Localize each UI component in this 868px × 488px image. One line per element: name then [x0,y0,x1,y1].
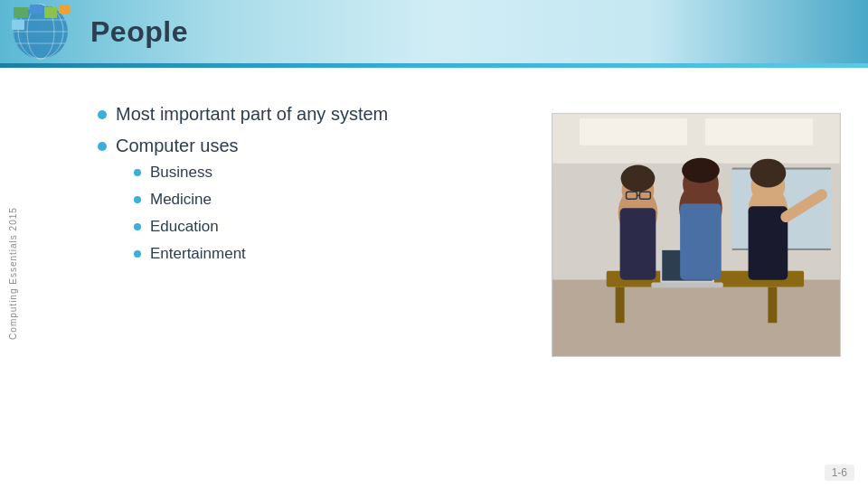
sub-bullet-medicine: Medicine [134,191,246,209]
svg-rect-13 [580,118,687,145]
main-bullet-2: Computer uses Business Medicine Educatio… [98,136,515,272]
svg-rect-19 [552,280,840,356]
globe-icon-area [0,0,81,63]
svg-rect-6 [14,7,28,18]
bullet-2-text: Computer uses [116,136,239,155]
sub-bullet-3-text: Education [150,218,219,236]
svg-rect-14 [705,118,813,145]
svg-point-37 [750,159,787,188]
bullet-dot-2 [98,142,107,151]
svg-rect-32 [680,203,722,279]
svg-rect-28 [620,208,656,279]
svg-rect-9 [59,5,70,14]
header-bar: People [0,0,868,63]
svg-point-33 [682,158,720,183]
sidebar-label: Computing Essentials 2015 [8,207,18,340]
sub-bullet-2-text: Medicine [150,191,212,209]
sub-bullet-1-text: Business [150,164,212,182]
content-panel: Most important part of any system Comput… [25,68,868,479]
svg-rect-25 [651,283,722,288]
sub-bullet-dot-2 [134,196,141,203]
sub-bullet-4-text: Entertainment [150,245,246,263]
sub-bullet-dot-3 [134,223,141,230]
svg-rect-21 [616,287,625,324]
sub-bullet-list: Business Medicine Education Entertainmen… [134,164,246,263]
svg-rect-10 [12,20,24,30]
page-title: People [90,15,188,49]
sub-bullet-entertainment: Entertainment [134,245,246,263]
sub-bullet-dot-1 [134,169,141,176]
office-photo [552,113,841,357]
globe-icon [5,0,77,63]
sub-bullet-dot-4 [134,250,141,258]
bullet-section: Most important part of any system Comput… [98,104,552,283]
sub-bullet-business: Business [134,164,246,182]
sub-bullet-education: Education [134,218,246,236]
office-photo-svg [552,114,840,356]
svg-point-29 [621,165,656,192]
bullet-dot-1 [98,110,107,119]
svg-rect-7 [30,5,42,14]
main-bullet-1: Most important part of any system [98,104,515,125]
sidebar-text-area: Computing Essentials 2015 [0,68,25,479]
svg-rect-22 [768,287,777,324]
svg-rect-8 [44,7,57,18]
bullet-1-text: Most important part of any system [116,104,388,125]
page-number: 1-6 [825,465,854,481]
